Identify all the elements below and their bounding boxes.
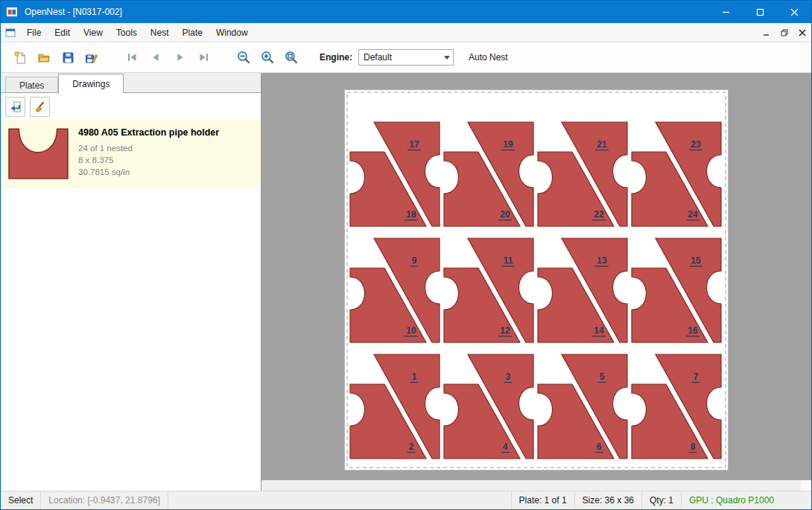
menu-bar: FileEditViewToolsNestPlateWindow <box>1 23 811 42</box>
part-number: 11 <box>504 255 513 266</box>
part-number: 2 <box>409 442 414 452</box>
zoom-in-icon <box>261 51 274 64</box>
maximize-icon <box>756 8 764 16</box>
minimize-button[interactable] <box>708 1 743 23</box>
window-title: OpenNest - [N0317-002] <box>23 7 122 17</box>
part-number: 6 <box>597 442 602 452</box>
menu-item-nest[interactable]: Nest <box>144 24 176 42</box>
part-number: 21 <box>597 139 607 150</box>
first-plate-button[interactable] <box>120 45 144 69</box>
part-number: 18 <box>406 209 416 220</box>
drawing-list-item[interactable]: 4980 A05 Extraction pipe holder 24 of 1 … <box>1 120 261 188</box>
part-number: 19 <box>503 139 513 150</box>
tab-strip: Plates Drawings <box>1 73 261 93</box>
part-number: 15 <box>691 255 701 266</box>
save-button[interactable] <box>56 45 80 69</box>
part-number: 14 <box>594 325 604 336</box>
part-number: 20 <box>500 209 510 220</box>
clean-button[interactable] <box>30 97 50 117</box>
menu-item-plate[interactable]: Plate <box>176 24 209 42</box>
drawing-list-empty-area <box>1 188 261 480</box>
status-bar: Select Location: [-0.9437, 21.8796] Plat… <box>1 491 811 509</box>
app-window: OpenNest - [N0317-002] FileEditViewTools… <box>0 0 812 510</box>
menu-item-file[interactable]: File <box>20 24 48 42</box>
auto-nest-button[interactable]: Auto Nest <box>469 52 508 63</box>
new-button[interactable] <box>8 45 32 69</box>
part-number: 8 <box>691 442 696 452</box>
part-number: 5 <box>600 372 605 382</box>
broom-icon <box>34 101 46 113</box>
part-number: 9 <box>412 255 417 266</box>
drawing-size: 8 x 8.375 <box>78 154 219 166</box>
drawing-area: 30.7815 sq/in <box>78 166 219 178</box>
close-button[interactable] <box>777 1 811 23</box>
drawing-thumbnail <box>7 126 71 182</box>
status-qty: Qty: 1 <box>641 491 681 509</box>
horizontal-scrollbar[interactable] <box>261 480 801 491</box>
drawing-title: 4980 A05 Extraction pipe holder <box>78 127 219 138</box>
next-plate-button[interactable] <box>168 45 191 69</box>
app-icon <box>1 6 23 18</box>
prev-plate-button[interactable] <box>144 45 168 69</box>
drawings-toolbar <box>1 93 261 120</box>
panel-bottom-pad <box>1 480 261 491</box>
tab-plates[interactable]: Plates <box>5 77 58 93</box>
main-toolbar: Engine: Default Auto Nest <box>1 42 811 73</box>
mdi-restore-button[interactable] <box>775 25 793 41</box>
status-plate: Plate: 1 of 1 <box>511 491 574 509</box>
part-number: 10 <box>406 325 416 336</box>
menu-item-tools[interactable]: Tools <box>110 24 144 42</box>
part-number: 22 <box>594 209 604 220</box>
save-as-button[interactable] <box>80 45 104 69</box>
status-gpu: GPU : Quadro P1000 <box>681 491 811 509</box>
part-number: 4 <box>503 442 508 452</box>
part-number: 16 <box>688 325 698 336</box>
part-number: 1 <box>412 372 417 382</box>
menu-item-view[interactable]: View <box>77 24 110 42</box>
nest-canvas[interactable]: 171819202122232491011121314151612345678 <box>261 73 811 480</box>
chevron-down-icon <box>444 56 450 60</box>
last-plate-icon <box>197 51 210 63</box>
open-button[interactable] <box>32 45 56 69</box>
new-file-icon <box>14 51 27 64</box>
last-plate-button[interactable] <box>191 45 215 69</box>
part-number: 23 <box>691 139 701 150</box>
mdi-child-icon[interactable] <box>1 27 20 39</box>
save-as-icon <box>85 51 98 64</box>
part-number: 12 <box>500 325 510 336</box>
first-plate-icon <box>126 51 139 63</box>
zoom-fit-icon <box>285 51 298 64</box>
drawing-nested-count: 24 of 1 nested <box>78 142 219 154</box>
plate-canvas[interactable]: 171819202122232491011121314151612345678 <box>344 89 729 471</box>
zoom-in-button[interactable] <box>256 45 279 69</box>
side-panel: Plates Drawings <box>1 73 261 480</box>
part-number: 7 <box>694 372 699 382</box>
maximize-button[interactable] <box>743 1 777 23</box>
engine-label: Engine: <box>320 52 352 63</box>
next-plate-icon <box>174 51 186 63</box>
menu-item-window[interactable]: Window <box>209 24 255 42</box>
part-number: 3 <box>506 372 511 382</box>
mdi-restore-icon <box>781 29 788 36</box>
tab-drawings[interactable]: Drawings <box>58 74 124 93</box>
title-bar: OpenNest - [N0317-002] <box>1 1 811 23</box>
zoom-out-button[interactable] <box>232 45 256 69</box>
prev-plate-icon <box>150 51 162 63</box>
save-icon <box>62 51 74 64</box>
mdi-minimize-icon <box>763 29 770 36</box>
menu-items: FileEditViewToolsNestPlateWindow <box>20 24 255 42</box>
back-arrow-icon <box>9 101 22 113</box>
status-mode: Select <box>1 491 41 509</box>
close-icon <box>790 8 799 16</box>
mdi-close-button[interactable] <box>793 25 811 41</box>
engine-select[interactable]: Default <box>358 49 454 66</box>
open-folder-icon <box>37 51 51 64</box>
mdi-minimize-button[interactable] <box>758 25 775 41</box>
menu-item-edit[interactable]: Edit <box>48 24 77 42</box>
zoom-out-icon <box>237 51 250 64</box>
part-number: 13 <box>597 255 607 266</box>
zoom-fit-button[interactable] <box>279 45 303 69</box>
status-location: Location: [-0.9437, 21.8796] <box>41 491 168 509</box>
back-arrow-button[interactable] <box>5 97 25 117</box>
mdi-close-icon <box>799 29 806 36</box>
